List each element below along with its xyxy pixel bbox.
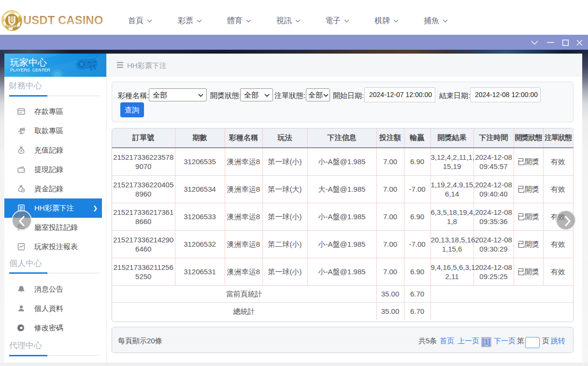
svg-text:CASINO: CASINO xyxy=(7,25,17,28)
